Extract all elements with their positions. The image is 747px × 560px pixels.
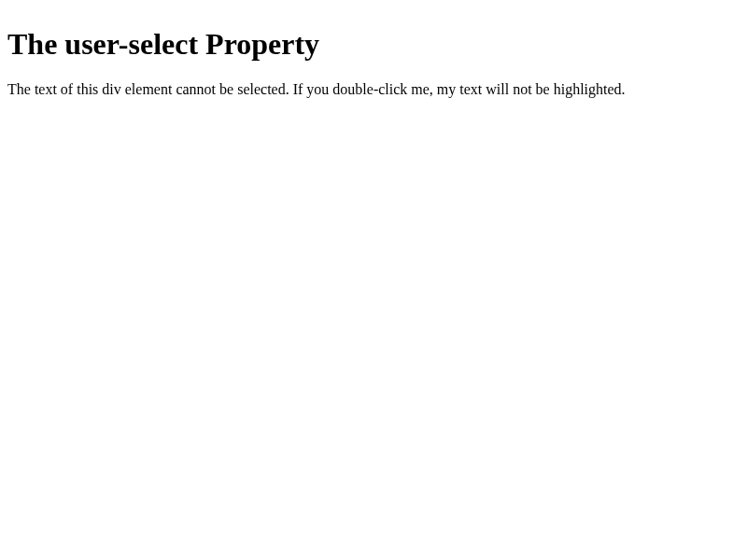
unselectable-text: The text of this div element cannot be s… xyxy=(7,81,740,98)
page-title: The user-select Property xyxy=(7,27,740,62)
